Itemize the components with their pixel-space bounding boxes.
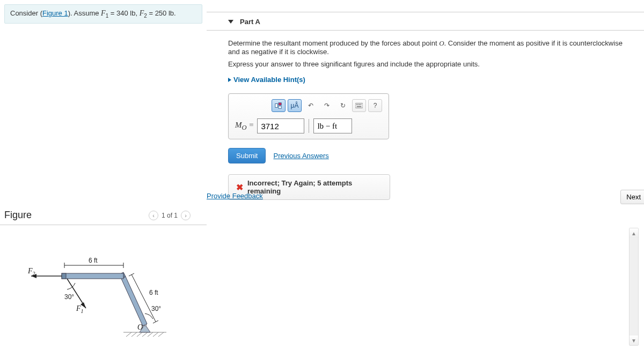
keyboard-icon (355, 102, 363, 109)
prompt-1a: Determine the resultant moment produced … (228, 39, 439, 47)
redo-button[interactable]: ↷ (320, 99, 334, 112)
feedback-message: Incorrect; Try Again; 5 attempts remaini… (247, 179, 382, 195)
svg-rect-8 (357, 106, 362, 107)
answer-units-input[interactable] (313, 118, 352, 133)
scroll-down-icon[interactable]: ▼ (630, 336, 638, 345)
svg-line-15 (153, 332, 158, 337)
undo-button[interactable]: ↶ (304, 99, 318, 112)
svg-line-30 (129, 273, 134, 276)
svg-rect-4 (356, 104, 357, 105)
hints-label: View Available Hint(s) (233, 76, 305, 84)
keyboard-button[interactable] (352, 99, 366, 112)
caret-down-icon (228, 20, 233, 24)
previous-answers-link[interactable]: Previous Answers (273, 152, 328, 160)
figure-diagram: F2 F1 30° 30° 6 ft 6 ft O (11, 236, 177, 348)
answer-toolbar: μÅ ↶ ↷ ↻ ? (235, 99, 382, 112)
submit-button[interactable]: Submit (228, 148, 266, 163)
templates-button[interactable] (272, 99, 286, 112)
problem-mid: ). Assume (68, 9, 101, 17)
answer-lhs: MO = (235, 121, 254, 132)
svg-rect-3 (355, 103, 363, 108)
part-header[interactable]: Part A (207, 12, 644, 31)
svg-rect-7 (361, 104, 362, 105)
problem-prefix: Consider ( (10, 9, 42, 17)
svg-rect-1 (279, 103, 281, 105)
f1-sym: F (101, 9, 106, 17)
f2-eq: = 250 lb. (147, 9, 176, 17)
prompt-line-2: Express your answer to three significant… (228, 60, 623, 68)
figure-scrollbar[interactable]: ▲ ▼ (629, 228, 639, 346)
svg-rect-21 (62, 273, 66, 279)
svg-rect-5 (357, 104, 358, 105)
svg-line-16 (158, 332, 164, 337)
svg-line-12 (137, 332, 142, 337)
figure-nav-text: 1 of 1 (162, 212, 178, 219)
templates-icon (275, 102, 282, 109)
triangle-right-icon (228, 78, 231, 82)
svg-text:6 ft: 6 ft (89, 257, 98, 264)
svg-text:30°: 30° (64, 293, 74, 301)
f1-eq: = 340 lb, (108, 9, 139, 17)
figure-title: Figure (4, 210, 32, 221)
figure-nav: ‹ 1 of 1 › (149, 211, 191, 220)
f2-sym: F (140, 9, 144, 17)
svg-line-13 (142, 332, 148, 337)
incorrect-icon: ✖ (236, 182, 243, 192)
svg-marker-25 (80, 302, 86, 308)
svg-text:O: O (137, 323, 143, 331)
svg-rect-0 (275, 104, 277, 108)
provide-feedback-link[interactable]: Provide Feedback (207, 192, 263, 200)
problem-statement: Consider (Figure 1). Assume F1 = 340 lb,… (4, 4, 202, 24)
svg-text:30°: 30° (151, 305, 161, 312)
next-button[interactable]: Next (620, 190, 644, 204)
figure-next-button[interactable]: › (181, 211, 191, 220)
answer-value-input[interactable] (257, 118, 304, 133)
svg-line-14 (148, 332, 153, 337)
prompt-line-1: Determine the resultant moment produced … (228, 39, 623, 56)
reset-button[interactable]: ↻ (336, 99, 350, 112)
svg-text:6 ft: 6 ft (149, 289, 158, 296)
answer-box: μÅ ↶ ↷ ↻ ? MO = (228, 93, 389, 139)
svg-rect-20 (62, 273, 123, 279)
view-hints-link[interactable]: View Available Hint(s) (228, 76, 305, 84)
prompt-var-o: O (439, 39, 444, 47)
units-button[interactable]: μÅ (288, 99, 302, 112)
svg-text:F1: F1 (76, 304, 84, 314)
figure-prev-button[interactable]: ‹ (149, 211, 158, 220)
svg-line-31 (153, 321, 158, 323)
svg-rect-2 (279, 106, 281, 108)
svg-marker-18 (121, 277, 147, 326)
help-button[interactable]: ? (368, 99, 382, 112)
part-title: Part A (240, 18, 260, 26)
figure-link[interactable]: Figure 1 (42, 9, 68, 17)
scroll-up-icon[interactable]: ▲ (630, 228, 638, 238)
svg-text:F2: F2 (27, 267, 35, 277)
svg-line-11 (131, 332, 137, 337)
svg-line-10 (126, 332, 131, 337)
divider (309, 119, 309, 133)
figure-panel: Figure ‹ 1 of 1 › (0, 209, 207, 348)
svg-rect-6 (359, 104, 360, 105)
